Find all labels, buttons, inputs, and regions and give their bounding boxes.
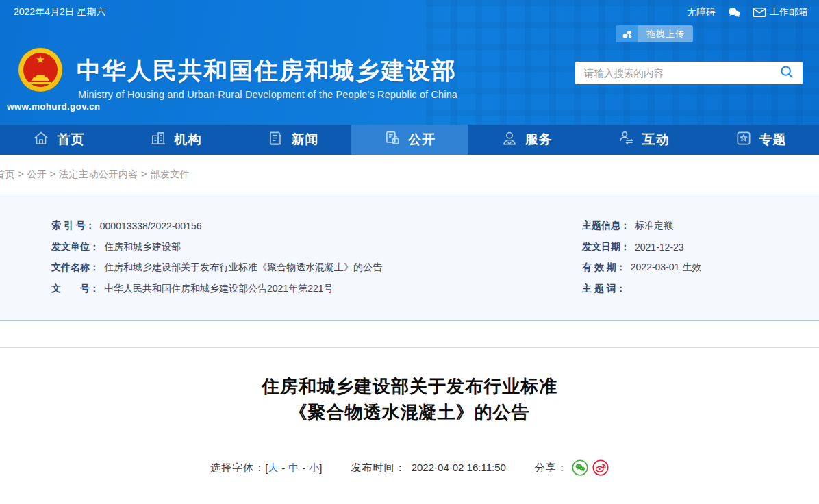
doc-info-row: 文件名称： 住房和城乡建设部关于发布行业标准《聚合物透水混凝土》的公告 — [51, 257, 382, 279]
index-number-value: 000013338/2022-00156 — [100, 220, 202, 231]
search-icon — [779, 64, 794, 81]
doc-info-row: 发文单位： 住房和城乡建设部 — [51, 237, 382, 258]
section-divider — [0, 321, 819, 348]
nav-item-service[interactable]: 服务 — [468, 125, 585, 155]
organization-icon — [149, 129, 167, 151]
font-size-small-link[interactable]: 小 — [309, 462, 319, 475]
article-meta-row: 选择字体： [ 大 - 中 - 小 ] 发布时间： 2022-04-02 16:… — [0, 459, 819, 476]
netdisk-cluster-icon — [616, 25, 638, 42]
font-bracket-close: ] — [319, 462, 322, 474]
doc-info-left-column: 索 引 号： 000013338/2022-00156 发文单位： 住房和城乡建… — [51, 216, 382, 299]
header-main: ★ www.mohurd.gov.cn 中华人民共和国住房和城乡建设部 Mini… — [0, 25, 819, 125]
font-size-medium-link[interactable]: 中 — [288, 462, 299, 475]
doc-info-row: 发文日期： 2021-12-23 — [582, 237, 701, 258]
index-number-label: 索 引 号： — [51, 220, 95, 232]
doc-info-row: 主 题 词： — [582, 279, 701, 300]
weibo-share-icon[interactable] — [592, 459, 609, 476]
font-size-large-link[interactable]: 大 — [268, 462, 278, 475]
doc-info-row: 有 效 期： 2022-03-01 生效 — [582, 257, 701, 279]
special-topic-icon — [735, 129, 753, 151]
share-block: 分享： — [535, 459, 609, 476]
publish-time-value: 2022-04-02 16:11:50 — [412, 462, 506, 473]
site-header: 2022年4月2日 星期六 无障碍 — [0, 0, 819, 125]
interaction-icon — [618, 129, 635, 151]
nav-item-interaction[interactable]: 互动 — [585, 125, 702, 155]
issuing-unit-label: 发文单位： — [51, 241, 99, 253]
issue-date-value: 2021-12-23 — [635, 242, 684, 253]
topbar: 2022年4月2日 星期六 无障碍 — [0, 0, 819, 25]
wechat-share-icon[interactable] — [572, 459, 588, 476]
nav-item-home[interactable]: 首页 — [0, 125, 117, 155]
article-title-line2: 《聚合物透水混凝土》的公告 — [0, 399, 819, 425]
service-icon — [501, 129, 518, 151]
document-info-panel: 索 引 号： 000013338/2022-00156 发文单位： 住房和城乡建… — [0, 194, 819, 321]
article-section: 住房和城乡建设部关于发布行业标准 《聚合物透水混凝土》的公告 选择字体： [ 大… — [0, 373, 819, 476]
breadcrumb[interactable]: 首页 > 公开 > 法定主动公开内容 > 部发文件 — [0, 168, 190, 181]
nav-item-news[interactable]: 新闻 — [234, 125, 351, 155]
national-emblem-logo: ★ — [18, 48, 62, 92]
drag-upload-button[interactable]: 拖拽上传 — [616, 25, 693, 42]
envelope-icon — [753, 7, 766, 18]
disclosure-icon — [383, 129, 401, 151]
effective-date-label: 有 效 期： — [582, 262, 626, 274]
document-name-label: 文件名称： — [51, 262, 99, 274]
nav-item-disclosure[interactable]: 公开 — [351, 125, 468, 155]
home-icon — [32, 129, 50, 151]
site-title: 中华人民共和国住房和城乡建设部 — [77, 55, 457, 87]
doc-info-right-column: 主题信息： 标准定额 发文日期： 2021-12-23 有 效 期： 2022-… — [582, 216, 701, 299]
doc-info-row: 主题信息： 标准定额 — [582, 216, 701, 237]
current-date: 2022年4月2日 星期六 — [14, 6, 106, 18]
share-label: 分享： — [535, 462, 568, 475]
news-icon — [266, 129, 284, 151]
topic-info-value: 标准定额 — [635, 220, 673, 232]
wechat-icon[interactable] — [727, 5, 742, 20]
search-box — [575, 62, 803, 84]
issue-date-label: 发文日期： — [582, 241, 630, 253]
upload-button-label: 拖拽上传 — [638, 25, 693, 42]
subject-words-label: 主 题 词： — [582, 283, 626, 295]
effective-date-value: 2022-03-01 生效 — [631, 262, 702, 274]
search-input[interactable] — [584, 68, 778, 79]
document-number-label: 文 号： — [51, 283, 99, 295]
search-button[interactable] — [778, 63, 796, 83]
nav-item-special-topics[interactable]: 专题 — [702, 125, 819, 155]
publish-time-block: 发布时间： 2022-04-02 16:11:50 — [351, 462, 506, 475]
publish-time-label: 发布时间： — [351, 462, 406, 473]
font-size-separator: - — [281, 462, 285, 474]
article-title-line1: 住房和城乡建设部关于发布行业标准 — [0, 373, 819, 399]
nav-item-organization[interactable]: 机构 — [117, 125, 234, 155]
site-url: www.mohurd.gov.cn — [7, 101, 100, 112]
topic-info-label: 主题信息： — [582, 220, 630, 232]
document-number-value: 中华人民共和国住房和城乡建设部公告2021年第221号 — [104, 283, 333, 295]
main-navigation: 首页 机构 新闻 — [0, 125, 819, 155]
issuing-unit-value: 住房和城乡建设部 — [104, 241, 181, 253]
site-title-english: Ministry of Housing and Urban-Rural Deve… — [78, 89, 457, 100]
doc-info-row: 索 引 号： 000013338/2022-00156 — [51, 216, 382, 237]
document-name-value: 住房和城乡建设部关于发布行业标准《聚合物透水混凝土》的公告 — [104, 262, 382, 274]
breadcrumb-bar: 首页 > 公开 > 法定主动公开内容 > 部发文件 — [0, 155, 819, 194]
article-title: 住房和城乡建设部关于发布行业标准 《聚合物透水混凝土》的公告 — [0, 373, 819, 425]
doc-info-row: 文 号： 中华人民共和国住房和城乡建设部公告2021年第221号 — [51, 279, 382, 300]
work-mailbox-link[interactable]: 工作邮箱 — [753, 6, 808, 18]
accessibility-link[interactable]: 无障碍 — [687, 6, 716, 18]
font-size-separator: - — [302, 462, 305, 474]
font-select-label: 选择字体： — [210, 462, 265, 475]
